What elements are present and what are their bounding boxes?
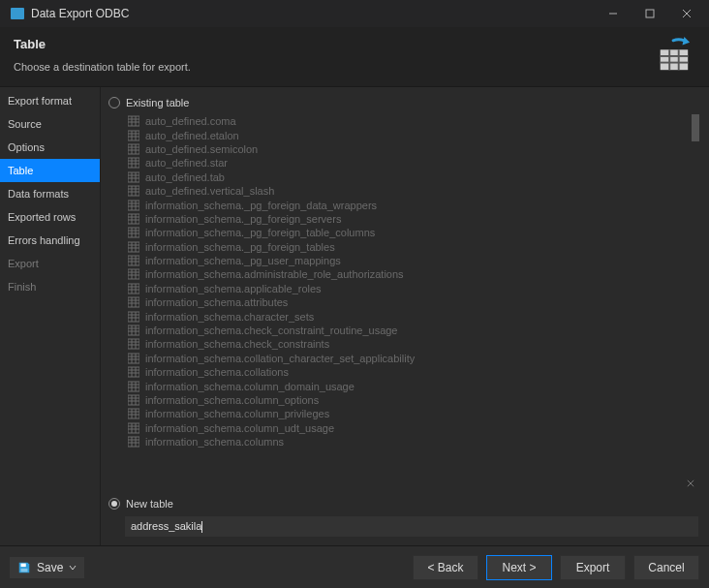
table-name: auto_defined.semicolon (145, 143, 258, 155)
table-row[interactable]: information_schema.column_privileges (124, 407, 692, 420)
table-row[interactable]: auto_defined.vertical_slash (124, 184, 692, 198)
svg-rect-11 (128, 116, 139, 126)
table-name: information_schema.check_constraints (145, 338, 329, 350)
table-name: auto_defined.coma (145, 115, 236, 127)
table-name: information_schema._pg_foreign_tables (145, 241, 335, 253)
svg-rect-31 (128, 172, 139, 182)
svg-rect-21 (128, 144, 139, 154)
table-row[interactable]: information_schema.check_constraint_rout… (124, 324, 692, 337)
titlebar: Data Export ODBC (0, 0, 709, 27)
table-row[interactable]: information_schema._pg_user_mappings (124, 254, 692, 267)
existing-table-radio[interactable]: Existing table (108, 97, 699, 108)
table-name: information_schema.column_privileges (145, 408, 329, 419)
sidebar-item-export-format[interactable]: Export format (0, 89, 100, 112)
sidebar-item-table[interactable]: Table (0, 159, 100, 182)
svg-rect-2 (646, 10, 654, 17)
svg-rect-121 (128, 423, 139, 433)
table-row[interactable]: information_schema.column_udt_usage (124, 421, 692, 435)
existing-table-list-container: auto_defined.comaauto_defined.etalonauto… (124, 114, 699, 492)
sidebar-item-exported-rows[interactable]: Exported rows (0, 205, 100, 229)
svg-rect-0 (11, 8, 24, 19)
table-name: information_schema.columns (145, 436, 284, 448)
content-panel: Existing table auto_defined.comaauto_def… (101, 87, 709, 545)
sidebar-item-source[interactable]: Source (0, 112, 100, 136)
new-table-input[interactable]: address_sakila (124, 515, 699, 538)
svg-rect-101 (128, 367, 139, 377)
table-row[interactable]: auto_defined.semicolon (124, 142, 692, 156)
table-row[interactable]: information_schema.check_constraints (124, 337, 692, 351)
table-name: information_schema.character_sets (145, 311, 314, 323)
table-row[interactable]: information_schema.administrable_role_au… (124, 267, 692, 281)
table-row[interactable]: information_schema.applicable_roles (124, 282, 692, 295)
new-table-radio[interactable]: New table (108, 498, 699, 510)
main-area: Export formatSourceOptionsTableData form… (0, 87, 709, 545)
table-name: auto_defined.vertical_slash (145, 185, 274, 197)
save-icon (17, 561, 31, 574)
svg-rect-6 (661, 49, 689, 70)
table-name: information_schema.collations (145, 366, 289, 378)
table-name: information_schema.applicable_roles (145, 283, 322, 294)
scroll-thumb[interactable] (692, 114, 699, 141)
save-button[interactable]: Save (10, 557, 84, 578)
svg-rect-41 (128, 201, 139, 210)
table-name: information_schema.attributes (145, 296, 288, 308)
table-name: auto_defined.etalon (145, 130, 239, 141)
table-row[interactable]: information_schema.column_domain_usage (124, 379, 692, 392)
svg-rect-36 (128, 186, 139, 196)
list-close-icon[interactable] (684, 477, 697, 490)
svg-rect-66 (128, 269, 139, 279)
table-row[interactable]: auto_defined.etalon (124, 128, 692, 141)
table-list-scrollbar[interactable] (692, 114, 699, 475)
table-row[interactable]: auto_defined.coma (124, 114, 692, 128)
sidebar-item-finish[interactable]: Finish (0, 275, 100, 298)
wizard-footer: Save < Back Next > Export Cancel (0, 545, 709, 588)
table-row[interactable]: information_schema.collations (124, 365, 692, 379)
existing-table-list[interactable]: auto_defined.comaauto_defined.etalonauto… (124, 114, 699, 492)
table-name: information_schema._pg_foreign_servers (145, 213, 341, 225)
table-name: information_schema.column_options (145, 394, 319, 406)
table-row[interactable]: information_schema._pg_foreign_table_col… (124, 226, 692, 239)
svg-rect-134 (21, 568, 28, 572)
table-row[interactable]: information_schema.collation_character_s… (124, 352, 692, 365)
svg-rect-126 (128, 437, 139, 447)
svg-rect-106 (128, 382, 139, 391)
export-button[interactable]: Export (560, 555, 626, 580)
svg-rect-26 (128, 158, 139, 168)
table-row[interactable]: auto_defined.tab (124, 170, 692, 184)
table-row[interactable]: information_schema.character_sets (124, 309, 692, 323)
close-button[interactable] (668, 0, 705, 27)
svg-rect-51 (128, 228, 139, 237)
sidebar-item-options[interactable]: Options (0, 136, 100, 159)
table-row[interactable]: information_schema._pg_foreign_data_wrap… (124, 198, 692, 211)
maximize-button[interactable] (632, 0, 668, 27)
table-row[interactable]: information_schema._pg_foreign_servers (124, 212, 692, 226)
window-title: Data Export ODBC (31, 7, 595, 20)
sidebar-item-export[interactable]: Export (0, 252, 100, 275)
table-name: information_schema.check_constraint_rout… (145, 325, 398, 336)
svg-rect-86 (128, 325, 139, 335)
back-button[interactable]: < Back (413, 555, 478, 580)
next-button[interactable]: Next > (486, 555, 552, 580)
save-label: Save (37, 561, 63, 574)
existing-table-label: Existing table (126, 97, 189, 108)
wizard-header: Table Choose a destination table for exp… (0, 27, 709, 87)
table-name: information_schema._pg_user_mappings (145, 255, 341, 266)
svg-rect-71 (128, 284, 139, 294)
svg-marker-5 (683, 37, 691, 46)
sidebar-item-errors-handling[interactable]: Errors handling (0, 229, 100, 252)
table-name: information_schema.administrable_role_au… (145, 268, 404, 280)
table-row[interactable]: auto_defined.star (124, 156, 692, 170)
new-table-label: New table (126, 498, 173, 510)
table-name: information_schema.column_udt_usage (145, 422, 334, 434)
table-row[interactable]: information_schema.attributes (124, 295, 692, 309)
chevron-down-icon (69, 564, 77, 572)
table-row[interactable]: information_schema.column_options (124, 393, 692, 407)
wizard-sidebar: Export formatSourceOptionsTableData form… (0, 87, 101, 545)
export-table-icon (655, 37, 692, 74)
cancel-button[interactable]: Cancel (633, 555, 699, 580)
sidebar-item-data-formats[interactable]: Data formats (0, 182, 100, 205)
minimize-button[interactable] (595, 0, 632, 27)
table-name: information_schema._pg_foreign_table_col… (145, 227, 375, 238)
table-row[interactable]: information_schema._pg_foreign_tables (124, 240, 692, 254)
table-row[interactable]: information_schema.columns (124, 435, 692, 449)
